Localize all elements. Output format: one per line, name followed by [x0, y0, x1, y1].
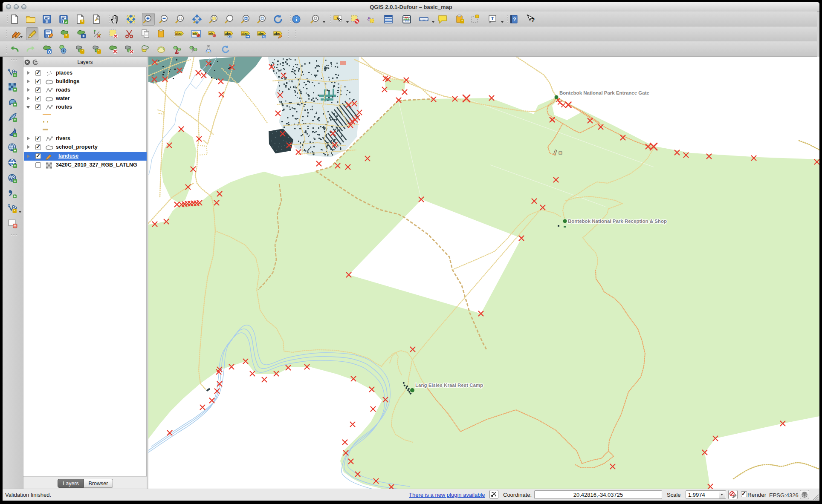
svg-text:ab: ab: [193, 32, 197, 35]
svg-text:?: ?: [513, 17, 516, 23]
svg-text:*: *: [81, 49, 83, 54]
svg-text:Bontebok National Park Entranc: Bontebok National Park Entrance Gate: [559, 90, 649, 95]
svg-text:ab: ab: [209, 32, 213, 35]
svg-text:Bontebok National Park Recepti: Bontebok National Park Reception & Shop: [568, 219, 667, 224]
svg-text:abc: abc: [274, 32, 280, 36]
svg-text:*: *: [65, 33, 67, 38]
svg-text:Lang Elsies Kraal Rest Camp: Lang Elsies Kraal Rest Camp: [415, 383, 483, 388]
svg-text:*: *: [14, 209, 15, 213]
svg-text:*: *: [98, 49, 100, 54]
svg-text:?: ?: [531, 17, 535, 23]
svg-text:i: i: [295, 16, 297, 23]
svg-text:*: *: [461, 19, 463, 24]
svg-text:T: T: [491, 16, 494, 21]
svg-text:ε: ε: [368, 14, 370, 22]
svg-text:*: *: [81, 20, 83, 24]
svg-text:1:1: 1:1: [178, 17, 182, 20]
svg-text:abc: abc: [225, 32, 231, 36]
